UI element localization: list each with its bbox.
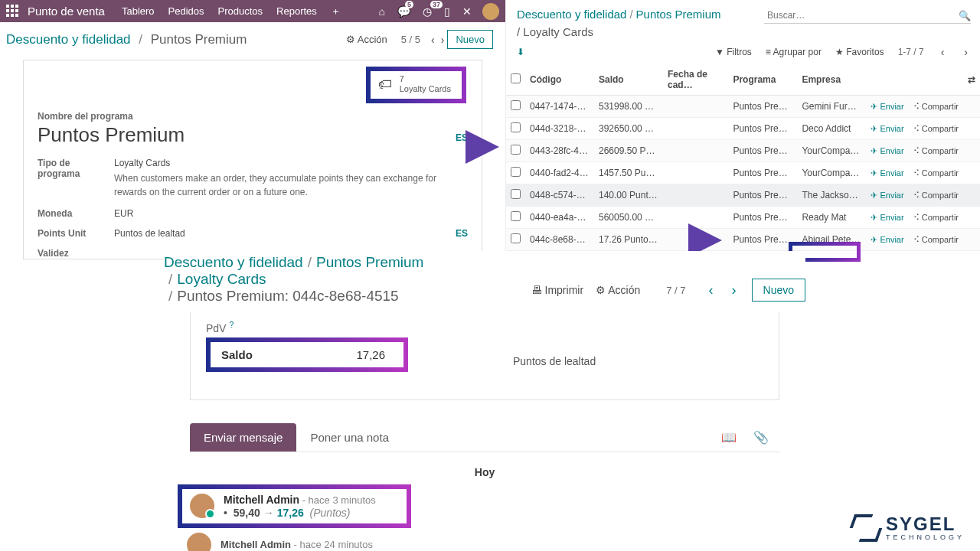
table-row[interactable]: 044c-8e68-451517.26 Puntos de l…Puntos P… [506,229,980,251]
cell-programa: Puntos Premi… [728,118,797,140]
cell-saldo: 140.00 Puntos de… [594,184,663,207]
user-avatar[interactable] [482,3,499,20]
search-input[interactable] [764,8,971,24]
send-button[interactable]: ✈ Enviar [866,207,908,229]
select-all-checkbox[interactable] [511,73,521,83]
type-description: When customers make an order, they accum… [114,171,466,199]
row-checkbox[interactable] [511,211,521,221]
share-button[interactable]: ⠪ Compartir [909,184,963,207]
col-fecha[interactable]: Fecha de cad… [663,64,728,96]
table-row[interactable]: 0443-28fc-42e226609.50 Puntos …Puntos Pr… [506,140,980,162]
table-row[interactable]: 0440-fad2-4aba1457.50 Puntos d…Puntos Pr… [506,162,980,184]
detail-prev-icon[interactable]: ‹ [709,282,714,298]
share-button[interactable]: ⠪ Compartir [909,96,963,118]
book-icon[interactable]: 📖 [721,430,737,445]
apps-icon[interactable] [6,5,20,18]
sygel-icon [852,514,880,542]
cell-saldo: 531998.00 Punto… [594,96,663,118]
tab-log-note[interactable]: Poner una nota [296,423,403,452]
nav-plus-icon[interactable]: ＋ [331,5,341,18]
page-prev-icon[interactable]: ‹ [431,34,435,46]
loyalty-cards-stat[interactable]: 🏷 7Loyalty Cards [366,67,466,103]
share-button[interactable]: ⠪ Compartir [909,118,963,140]
tools-icon[interactable]: ✕ [462,5,472,18]
col-codigo[interactable]: Código [525,64,594,96]
table-row[interactable]: 0447-1474-4f30531998.00 Punto…Puntos Pre… [506,96,980,118]
new-button-detail[interactable]: Nuevo [752,279,805,302]
list-next-icon[interactable]: › [964,46,968,58]
row-checkbox[interactable] [511,122,521,132]
cell-programa: Puntos Premi… [728,207,797,229]
row-checkbox[interactable] [511,189,521,199]
app-name: Punto de venta [28,5,105,18]
page-next-icon[interactable]: › [441,34,445,46]
share-button[interactable]: ⠪ Compartir [909,140,963,162]
row-checkbox[interactable] [511,100,521,110]
cell-saldo: 17.26 Puntos de l… [594,229,663,251]
avatar[interactable] [187,533,211,551]
row-checkbox[interactable] [511,233,521,243]
print-button[interactable]: 🖶 Imprimir [531,284,583,296]
paperclip-icon[interactable]: 📎 [753,430,769,445]
share-button[interactable]: ⠪ Compartir [909,162,963,184]
messages-icon[interactable]: 💬5 [397,5,410,18]
lang-badge-2[interactable]: ES [456,228,468,239]
filters-button[interactable]: ▼ Filtros [715,47,752,57]
favorites-button[interactable]: ★ Favoritos [835,47,884,57]
send-button[interactable]: ✈ Enviar [866,229,908,251]
table-row[interactable]: 044d-3218-4060392650.00 Punto…Puntos Pre… [506,118,980,140]
cell-empresa: Deco Addict [797,118,866,140]
send-button[interactable]: ✈ Enviar [866,140,908,162]
search-icon[interactable]: 🔍 [959,10,971,21]
nav-reportes[interactable]: Reportes [276,5,317,17]
cell-empresa: YourCompany, J… [797,140,866,162]
list-prev-icon[interactable]: ‹ [941,46,945,58]
log-entry: Mitchell Admin - hace 3 minutos • 59,40→… [178,484,411,528]
cell-fecha [663,96,728,118]
cell-fecha [663,184,728,207]
adjust-cols-icon[interactable]: ⇄ [963,64,980,96]
send-button[interactable]: ✈ Enviar [866,162,908,184]
action-menu-detail[interactable]: ⚙ Acción [596,284,640,296]
col-saldo[interactable]: Saldo [594,64,663,96]
tab-send-message[interactable]: Enviar mensaje [190,423,296,452]
cell-codigo: 0443-28fc-42e2 [525,140,594,162]
send-button[interactable]: ✈ Enviar [866,96,908,118]
cell-saldo: 392650.00 Punto… [594,118,663,140]
pager: 5 / 5 [401,34,420,45]
download-icon[interactable]: ⬇ [517,47,524,57]
nav-pedidos[interactable]: Pedidos [168,5,204,17]
share-button[interactable]: ⠪ Compartir [909,207,963,229]
bc-discount[interactable]: Descuento y fidelidad [6,32,131,47]
avatar[interactable] [190,494,214,518]
send-button[interactable]: ✈ Enviar [866,184,908,207]
label-pdv: PdV ? [206,320,763,334]
share-button[interactable]: ⠪ Compartir [909,229,963,251]
col-programa[interactable]: Programa [728,64,797,96]
cell-programa: Puntos Premi… [728,184,797,207]
nav-productos[interactable]: Productos [218,5,263,17]
send-button[interactable]: ✈ Enviar [866,118,908,140]
activity-icon[interactable]: ◷37 [423,5,432,18]
bookmark-icon[interactable]: ▯ [444,5,450,18]
cell-saldo: 560050.00 Punto… [594,207,663,229]
detail-pager: 7 / 7 [666,285,685,296]
col-empresa[interactable]: Empresa [797,64,866,96]
new-button[interactable]: Nuevo [447,30,493,49]
groupby-button[interactable]: ≡ Agrupar por [766,47,822,57]
cell-empresa: Abigail Peterson [797,229,866,251]
row-checkbox[interactable] [511,145,521,155]
cell-codigo: 044d-3218-4060 [525,118,594,140]
cell-codigo: 0440-ea4a-41e5 [525,207,594,229]
cell-saldo: 26609.50 Puntos … [594,140,663,162]
row-checkbox[interactable] [511,167,521,177]
detail-next-icon[interactable]: › [732,282,737,298]
table-row[interactable]: 0440-ea4a-41e5560050.00 Punto…Puntos Pre… [506,207,980,229]
table-row[interactable]: 0448-c574-439c140.00 Puntos de…Puntos Pr… [506,184,980,207]
cell-programa: Puntos Premi… [728,162,797,184]
action-menu[interactable]: ⚙ Acción [346,34,387,45]
nav-tablero[interactable]: Tablero [122,5,155,17]
cell-programa: Puntos Premi… [728,229,797,251]
wifi-icon[interactable]: ⌂ [379,5,385,18]
tag-icon: 🏷 [378,77,392,93]
